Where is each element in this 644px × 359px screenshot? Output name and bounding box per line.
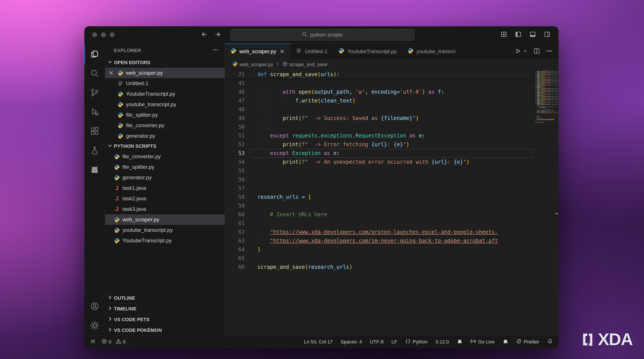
code-text[interactable] bbox=[245, 79, 534, 87]
line-number[interactable]: 46 bbox=[225, 87, 245, 96]
split-editor-icon[interactable] bbox=[533, 47, 540, 55]
code-line[interactable]: 49 print(f" -> Success: Saved as {filena… bbox=[225, 114, 534, 123]
notifications[interactable] bbox=[547, 339, 553, 346]
line-number[interactable]: 59 bbox=[225, 201, 245, 210]
more-actions-icon[interactable] bbox=[212, 47, 218, 54]
zoom-window-button[interactable] bbox=[110, 32, 114, 37]
line-number[interactable]: 51 bbox=[225, 131, 245, 140]
remote-window-icon[interactable] bbox=[90, 339, 96, 346]
tree-item-file-converter-py[interactable]: file_converter.py bbox=[105, 151, 225, 162]
code-text[interactable]: ] bbox=[245, 245, 534, 254]
line-number[interactable]: 49 bbox=[225, 114, 245, 123]
code-line[interactable]: 45 bbox=[225, 79, 534, 87]
code-line[interactable]: 65 bbox=[225, 254, 534, 263]
open-editor-web-scraper-py[interactable]: web_scraper.py bbox=[105, 68, 225, 78]
encoding[interactable]: UTF-8 bbox=[370, 339, 384, 345]
code-line[interactable]: 47 f.write(clean_text) bbox=[225, 96, 534, 105]
run-python-file-icon[interactable] bbox=[514, 47, 521, 55]
code-line[interactable]: 58research_urls = [ bbox=[225, 193, 534, 201]
open-editor-untitled-1[interactable]: Untitled-1 bbox=[105, 78, 225, 89]
code-text[interactable]: print(f" -> An unexpected error occurred… bbox=[245, 158, 534, 166]
code-line[interactable]: 48 bbox=[225, 105, 534, 114]
line-number[interactable]: 55 bbox=[225, 166, 245, 175]
line-number[interactable]: 60 bbox=[225, 210, 245, 219]
sticky-scroll-line[interactable]: 21def scrape_and_save(urls): bbox=[225, 70, 534, 79]
code-line[interactable]: 57 bbox=[225, 184, 534, 193]
activity-vscode-pets[interactable] bbox=[84, 160, 105, 180]
tree-item-task2-java[interactable]: Jtask2.java bbox=[105, 193, 225, 204]
line-number[interactable]: 65 bbox=[225, 254, 245, 263]
code-line[interactable]: 62 "https://www.xda-developers.com/proto… bbox=[225, 228, 534, 236]
close-window-button[interactable] bbox=[92, 32, 97, 37]
tab-youtube-transcri[interactable]: youtube_transcri bbox=[402, 43, 461, 59]
section-timeline[interactable]: TIMELINE bbox=[105, 303, 225, 314]
section-outline[interactable]: OUTLINE bbox=[105, 293, 225, 303]
open-editor-file-converter-py[interactable]: file_converter.py bbox=[105, 120, 225, 131]
toggle-panel-icon[interactable] bbox=[529, 31, 536, 39]
go-live[interactable]: Go Live bbox=[470, 339, 494, 346]
indentation[interactable]: Spaces: 4 bbox=[340, 339, 362, 345]
language-mode[interactable]: Python bbox=[405, 339, 428, 346]
code-text[interactable]: scrape_and_save(research_urls) bbox=[245, 263, 534, 272]
tab-web-scraper-py[interactable]: web_scraper.py bbox=[225, 43, 290, 59]
forward-icon[interactable] bbox=[214, 31, 221, 39]
code-text[interactable] bbox=[245, 105, 534, 114]
customize-layout-icon[interactable] bbox=[500, 31, 507, 39]
more-actions-icon[interactable] bbox=[546, 47, 553, 55]
code-line[interactable]: 54 print(f" -> An unexpected error occur… bbox=[225, 158, 534, 166]
line-number[interactable]: 47 bbox=[225, 96, 245, 105]
tree-item-task3-java[interactable]: Jtask3.java bbox=[105, 204, 225, 214]
line-number[interactable]: 61 bbox=[225, 219, 245, 228]
line-number[interactable]: 64 bbox=[225, 245, 245, 254]
python-version[interactable]: 3.12.0 bbox=[436, 339, 449, 345]
code-line[interactable]: 50 bbox=[225, 123, 534, 131]
workspace-folder-header[interactable]: PYTHON SCRIPTS bbox=[105, 141, 225, 151]
close-editor-icon[interactable] bbox=[108, 70, 118, 76]
code-line[interactable]: 59 bbox=[225, 201, 534, 210]
code-line[interactable]: 66scrape_and_save(research_urls) bbox=[225, 263, 534, 272]
activity-settings[interactable] bbox=[84, 316, 105, 336]
code-text[interactable]: # Insert URLs here bbox=[245, 210, 534, 219]
open-editor-youtube-transcript-py[interactable]: youtube_transcript.py bbox=[105, 99, 225, 110]
back-icon[interactable] bbox=[201, 31, 208, 39]
code-text[interactable]: with open(output_path, 'w', encoding='ut… bbox=[245, 87, 534, 96]
code-line[interactable]: 46 with open(output_path, 'w', encoding=… bbox=[225, 87, 534, 96]
tree-item-task1-java[interactable]: Jtask1.java bbox=[105, 183, 225, 193]
activity-source-control[interactable] bbox=[84, 83, 105, 103]
code-text[interactable]: f.write(clean_text) bbox=[245, 96, 534, 105]
cursor-position[interactable]: Ln 53, Col 17 bbox=[304, 339, 333, 345]
tree-item-youtubetranscript-py[interactable]: YoutubeTranscript.py bbox=[105, 235, 225, 246]
problems-status[interactable]: 0 0 bbox=[102, 339, 126, 346]
command-center-search[interactable]: python scripts bbox=[230, 29, 414, 41]
code-line[interactable]: 61 bbox=[225, 219, 534, 228]
prettier-status[interactable]: Prettier bbox=[516, 339, 539, 346]
open-editor-file-splitter-py[interactable]: file_splitter.py bbox=[105, 110, 225, 120]
code-text[interactable] bbox=[245, 184, 534, 193]
breadcrumb-item[interactable]: web_scraper.py bbox=[232, 61, 273, 68]
line-number[interactable]: 21 bbox=[225, 70, 245, 79]
activity-accounts[interactable] bbox=[84, 297, 105, 316]
line-number[interactable]: 66 bbox=[225, 263, 245, 272]
tree-item-youtube-transcript-py[interactable]: youtube_transcript.py bbox=[105, 225, 225, 235]
activity-extensions[interactable] bbox=[84, 122, 105, 141]
line-number[interactable]: 62 bbox=[225, 228, 245, 236]
code-text[interactable] bbox=[245, 123, 534, 131]
activity-explorer[interactable] bbox=[84, 45, 105, 64]
code-line[interactable]: 63 "https://www.xda-developers.com/im-ne… bbox=[225, 236, 534, 245]
line-number[interactable]: 58 bbox=[225, 193, 245, 201]
code-text[interactable]: print(f" -> Success: Saved as {filename}… bbox=[245, 114, 534, 123]
code-text[interactable] bbox=[245, 254, 534, 263]
line-number[interactable]: 57 bbox=[225, 184, 245, 193]
code-text[interactable]: "https://www.xda-developers.com/proton-l… bbox=[245, 228, 534, 236]
activity-run-debug[interactable] bbox=[84, 103, 105, 122]
section-vs-code-pets[interactable]: VS CODE PETS bbox=[105, 314, 225, 325]
section-vs-code-pok-mon[interactable]: VS CODE POKÉMON bbox=[105, 325, 225, 336]
tree-item-generator-py[interactable]: generator.py bbox=[105, 172, 225, 183]
run-dropdown-icon[interactable] bbox=[527, 49, 528, 54]
open-editor-generator-py[interactable]: generator.py bbox=[105, 131, 225, 141]
code-text[interactable]: except Exception as e: bbox=[245, 149, 534, 158]
editor[interactable]: 21def scrape_and_save(urls):45 46 with o… bbox=[225, 70, 558, 336]
breadcrumb-item[interactable]: scrape_and_save bbox=[282, 61, 328, 68]
close-tab-icon[interactable] bbox=[279, 49, 285, 54]
code-text[interactable]: except requests.exceptions.RequestExcept… bbox=[245, 131, 534, 140]
